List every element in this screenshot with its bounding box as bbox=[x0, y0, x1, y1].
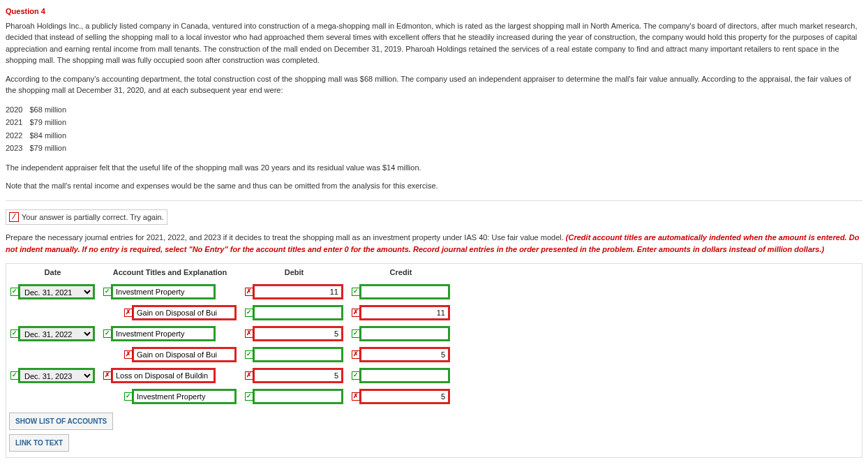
debit-input[interactable] bbox=[253, 305, 343, 320]
cross-icon: ✗ bbox=[245, 371, 253, 380]
fv-amount: $79 million bbox=[29, 116, 73, 129]
debit-input[interactable] bbox=[253, 326, 343, 341]
cross-icon: ✗ bbox=[245, 329, 253, 338]
question-para-4: Note that the mall's rental income and e… bbox=[6, 180, 862, 192]
cross-icon: ✗ bbox=[352, 392, 360, 401]
credit-input[interactable] bbox=[359, 284, 450, 299]
partial-icon: ⁄ bbox=[9, 212, 19, 222]
cross-icon: ✗ bbox=[103, 371, 112, 380]
account-title-input[interactable] bbox=[132, 305, 237, 320]
col-date: Date bbox=[6, 264, 99, 281]
col-debit: Debit bbox=[241, 264, 347, 281]
journal-entry-table: Date Account Titles and Explanation Debi… bbox=[6, 264, 454, 407]
feedback-text: Your answer is partially correct. Try ag… bbox=[22, 212, 164, 223]
account-title-input[interactable] bbox=[111, 326, 216, 341]
feedback-box: ⁄ Your answer is partially correct. Try … bbox=[6, 209, 167, 225]
account-title-input[interactable] bbox=[132, 389, 237, 404]
date-select[interactable]: Dec. 31, 2023 bbox=[18, 368, 95, 383]
check-icon: ✓ bbox=[352, 371, 360, 380]
account-title-input[interactable] bbox=[132, 347, 237, 362]
table-row: ✓Dec. 31, 2022✓✗✓ bbox=[6, 323, 454, 344]
account-title-input[interactable] bbox=[111, 284, 216, 299]
check-icon: ✓ bbox=[352, 329, 360, 338]
account-title-input[interactable] bbox=[111, 368, 216, 383]
credit-input[interactable] bbox=[359, 347, 450, 362]
link-to-text-button[interactable]: LINK TO TEXT bbox=[9, 434, 69, 452]
fv-year: 2023 bbox=[6, 142, 29, 155]
check-icon: ✓ bbox=[245, 392, 253, 401]
cross-icon: ✗ bbox=[352, 309, 360, 317]
instruction-lead: Prepare the necessary journal entries fo… bbox=[6, 233, 566, 242]
fv-year: 2021 bbox=[6, 116, 29, 129]
check-icon: ✓ bbox=[352, 288, 360, 296]
debit-input[interactable] bbox=[253, 389, 343, 404]
journal-entry-container: Date Account Titles and Explanation Debi… bbox=[6, 263, 862, 458]
col-credit: Credit bbox=[347, 264, 454, 281]
fair-value-table: 2020$68 million 2021$79 million 2022$84 … bbox=[6, 103, 73, 155]
credit-input[interactable] bbox=[359, 326, 450, 341]
debit-input[interactable] bbox=[253, 284, 343, 299]
debit-input[interactable] bbox=[253, 368, 343, 383]
check-icon: ✓ bbox=[10, 371, 19, 380]
table-row: ✓✓✗ bbox=[6, 386, 454, 407]
credit-input[interactable] bbox=[359, 368, 450, 383]
table-row: ✓Dec. 31, 2023✗✗✓ bbox=[6, 365, 454, 386]
check-icon: ✓ bbox=[245, 309, 253, 317]
debit-input[interactable] bbox=[253, 347, 343, 362]
question-para-3: The independent appraiser felt that the … bbox=[6, 162, 862, 174]
date-select[interactable]: Dec. 31, 2021 bbox=[18, 284, 95, 299]
question-para-2: According to the company's accounting de… bbox=[6, 73, 862, 96]
cross-icon: ✗ bbox=[352, 350, 360, 359]
cross-icon: ✗ bbox=[124, 309, 133, 317]
check-icon: ✓ bbox=[103, 329, 112, 338]
fv-amount: $84 million bbox=[29, 129, 73, 142]
cross-icon: ✗ bbox=[245, 288, 253, 296]
show-list-of-accounts-button[interactable]: SHOW LIST OF ACCOUNTS bbox=[9, 413, 113, 430]
instruction: Prepare the necessary journal entries fo… bbox=[6, 232, 862, 255]
col-acct: Account Titles and Explanation bbox=[99, 264, 241, 281]
check-icon: ✓ bbox=[124, 392, 133, 401]
check-icon: ✓ bbox=[103, 288, 112, 296]
fv-year: 2022 bbox=[6, 129, 29, 142]
fv-amount: $79 million bbox=[29, 142, 73, 155]
check-icon: ✓ bbox=[10, 288, 19, 296]
check-icon: ✓ bbox=[10, 329, 19, 338]
table-row: ✗✓✗ bbox=[6, 302, 454, 323]
question-para-1: Pharoah Holdings Inc., a publicly listed… bbox=[6, 20, 862, 66]
credit-input[interactable] bbox=[359, 389, 450, 404]
date-select[interactable]: Dec. 31, 2022 bbox=[18, 326, 95, 341]
credit-input[interactable] bbox=[359, 305, 450, 320]
fv-amount: $68 million bbox=[29, 103, 73, 117]
check-icon: ✓ bbox=[245, 350, 253, 359]
table-row: ✗✓✗ bbox=[6, 344, 454, 365]
divider bbox=[6, 200, 862, 201]
table-row: ✓Dec. 31, 2021✓✗✓ bbox=[6, 281, 454, 302]
question-title: Question 4 bbox=[6, 6, 862, 17]
cross-icon: ✗ bbox=[124, 350, 133, 359]
fv-year: 2020 bbox=[6, 103, 29, 117]
